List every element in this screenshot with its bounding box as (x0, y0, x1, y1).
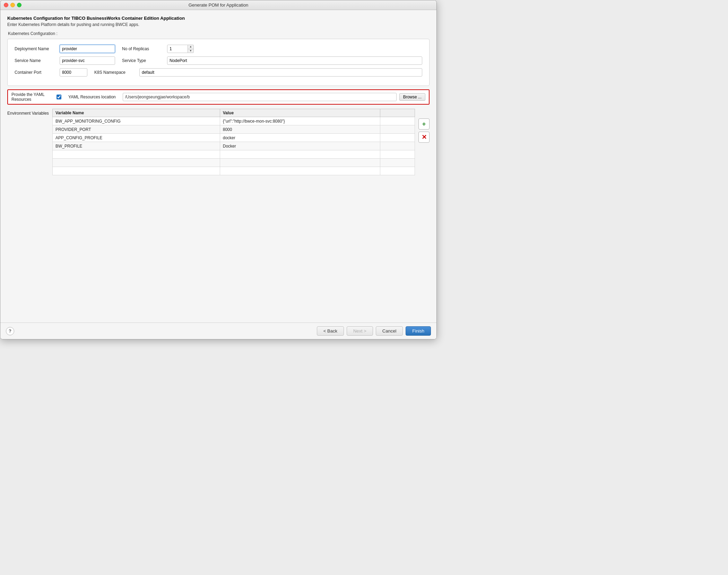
deployment-name-input[interactable] (60, 45, 115, 53)
namespace-pair: K8S Namespace (87, 68, 422, 77)
service-type-input[interactable] (167, 56, 422, 65)
footer-right: < Back Next > Cancel Finish (317, 326, 431, 336)
env-action-cell (380, 125, 415, 134)
form-section: Deployment Name No of Replicas ▲ ▼ Servi… (7, 39, 430, 86)
service-type-pair: Service Type (115, 56, 422, 65)
env-action-cell (380, 159, 415, 167)
window-controls (4, 3, 21, 7)
env-value-cell (220, 167, 380, 175)
service-name-label: Service Name (15, 58, 60, 63)
next-button[interactable]: Next > (347, 326, 373, 336)
window-title: Generate POM for Application (189, 2, 249, 8)
env-action-cell (380, 167, 415, 175)
env-actions: + ✕ (418, 109, 430, 143)
header-section: Kubernetes Configuration for TIBCO Busin… (7, 16, 430, 27)
table-row[interactable]: BW_PROFILEDocker (53, 142, 415, 150)
header-title: Kubernetes Configuration for TIBCO Busin… (7, 16, 430, 21)
close-button[interactable] (4, 3, 8, 7)
help-button[interactable]: ? (6, 327, 14, 335)
form-row-deployment: Deployment Name No of Replicas ▲ ▼ (15, 45, 422, 53)
env-name-cell (53, 159, 220, 167)
dialog-footer: ? < Back Next > Cancel Finish (0, 322, 436, 339)
env-name-cell: BW_APP_MONITORING_CONFIG (53, 117, 220, 125)
table-row[interactable]: APP_CONFIG_PROFILEdocker (53, 134, 415, 142)
env-variables-table: Variable Name Value BW_APP_MONITORING_CO… (52, 109, 415, 175)
env-value-cell: Docker (220, 142, 380, 150)
col-actions-header (380, 109, 415, 117)
env-action-cell (380, 117, 415, 125)
table-row[interactable]: PROVIDER_PORT8000 (53, 125, 415, 134)
col-value-header: Value (220, 109, 380, 117)
maximize-button[interactable] (17, 3, 21, 7)
table-row[interactable] (53, 150, 415, 159)
section-label: Kubernetes Configuration : (8, 31, 430, 36)
col-name-header: Variable Name (53, 109, 220, 117)
table-row[interactable] (53, 167, 415, 175)
replicas-stepper: ▲ ▼ (188, 45, 194, 53)
service-name-input[interactable] (60, 56, 115, 65)
yaml-path-input[interactable] (123, 93, 397, 101)
cancel-button[interactable]: Cancel (376, 326, 403, 336)
form-row-port: Container Port K8S Namespace (15, 68, 422, 77)
env-action-cell (380, 150, 415, 159)
back-button[interactable]: < Back (317, 326, 344, 336)
env-variables-label: Environment Variables (7, 109, 52, 116)
browse-button[interactable]: Browse ... (399, 93, 425, 101)
env-value-cell: 8000 (220, 125, 380, 134)
env-name-cell (53, 167, 220, 175)
env-table-wrapper: Variable Name Value BW_APP_MONITORING_CO… (52, 109, 415, 175)
env-value-cell: docker (220, 134, 380, 142)
table-row[interactable]: BW_APP_MONITORING_CONFIG{"url":"http://b… (53, 117, 415, 125)
env-value-cell (220, 159, 380, 167)
yaml-resources-label: Provide the YAML Resources (11, 92, 57, 102)
env-name-cell: PROVIDER_PORT (53, 125, 220, 134)
env-name-cell: BW_PROFILE (53, 142, 220, 150)
minimize-button[interactable] (10, 3, 15, 7)
container-port-input[interactable] (60, 68, 87, 77)
env-name-cell: APP_CONFIG_PROFILE (53, 134, 220, 142)
replicas-pair: No of Replicas ▲ ▼ (115, 45, 422, 53)
finish-button[interactable]: Finish (406, 326, 431, 336)
replicas-increment[interactable]: ▲ (188, 45, 193, 49)
yaml-location-label: YAML Resources location (68, 95, 116, 99)
k8s-namespace-label: K8S Namespace (94, 70, 139, 75)
yaml-row: Provide the YAML Resources YAML Resource… (7, 89, 430, 105)
env-value-cell: {"url":"http://bwce-mon-svc:8080"} (220, 117, 380, 125)
deployment-name-label: Deployment Name (15, 46, 60, 51)
yaml-checkbox[interactable] (57, 95, 61, 99)
add-env-button[interactable]: + (418, 118, 430, 130)
replicas-label: No of Replicas (122, 46, 167, 51)
replicas-input[interactable] (167, 45, 188, 53)
form-row-service: Service Name Service Type (15, 56, 422, 65)
header-subtitle: Enter Kubernetes Platform details for pu… (7, 22, 430, 27)
dialog-body: Kubernetes Configuration for TIBCO Busin… (0, 10, 436, 322)
env-action-cell (380, 142, 415, 150)
env-action-cell (380, 134, 415, 142)
container-port-label: Container Port (15, 70, 60, 75)
title-bar: Generate POM for Application (0, 0, 436, 10)
remove-env-button[interactable]: ✕ (418, 132, 430, 143)
replicas-decrement[interactable]: ▼ (188, 49, 193, 53)
footer-left: ? (6, 327, 14, 335)
service-type-label: Service Type (122, 58, 167, 63)
replicas-wrapper: ▲ ▼ (167, 45, 194, 53)
k8s-namespace-input[interactable] (139, 68, 422, 77)
env-value-cell (220, 150, 380, 159)
env-name-cell (53, 150, 220, 159)
env-section: Environment Variables Variable Name Valu… (7, 109, 430, 175)
table-row[interactable] (53, 159, 415, 167)
